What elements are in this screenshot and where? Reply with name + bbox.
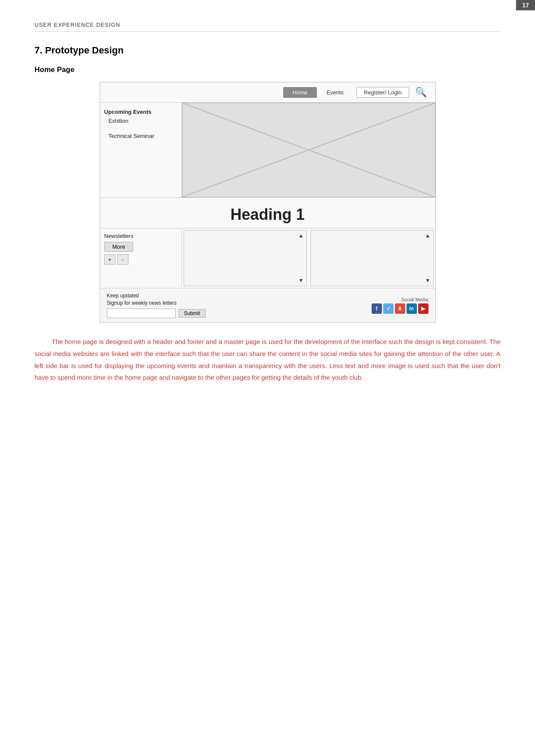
facebook-icon[interactable]: f bbox=[372, 303, 382, 314]
twitter-icon[interactable]: ✓ bbox=[383, 303, 394, 314]
footer-input-row: Submit bbox=[107, 309, 206, 318]
lower-section: Newsletters More + - ▲ ▼ ▲ ▼ bbox=[100, 228, 435, 288]
scroll-down-icon-left[interactable]: ▼ bbox=[298, 277, 304, 284]
signup-label: Signup for weekly news letters bbox=[107, 300, 206, 306]
scroll-up-icon-right[interactable]: ▲ bbox=[425, 232, 431, 239]
submit-button[interactable]: Submit bbox=[178, 309, 206, 318]
keep-updated-label: Keep updated bbox=[107, 293, 206, 299]
section-heading: 7. Prototype Design bbox=[34, 45, 501, 56]
sidebar: Upcoming Events Exhition Technical Semin… bbox=[100, 103, 182, 197]
minus-button[interactable]: - bbox=[117, 254, 128, 265]
social-media-label: Social Media bbox=[401, 297, 429, 302]
social-icons-row: f ✓ 8 in ▶ bbox=[372, 303, 429, 314]
scroll-boxes-area: ▲ ▼ ▲ ▼ bbox=[182, 228, 435, 288]
search-icon[interactable]: 🔍 bbox=[415, 87, 427, 98]
wireframe-footer: Keep updated Signup for weekly news lett… bbox=[100, 288, 435, 322]
scroll-box-left: ▲ ▼ bbox=[184, 230, 307, 286]
page-number: 17 bbox=[516, 0, 535, 10]
heading-section: Heading 1 bbox=[100, 197, 435, 228]
plus-button[interactable]: + bbox=[104, 254, 116, 265]
sidebar-exhition: Exhition bbox=[104, 118, 177, 124]
plus-minus-controls: + - bbox=[104, 254, 177, 265]
newsletters-sidebar: Newsletters More + - bbox=[100, 228, 182, 288]
footer-left: Keep updated Signup for weekly news lett… bbox=[107, 293, 206, 318]
nav-register-button[interactable]: Register/ Login bbox=[357, 87, 409, 98]
google-plus-icon[interactable]: 8 bbox=[395, 303, 405, 314]
scroll-box-right: ▲ ▼ bbox=[310, 230, 434, 286]
youtube-icon[interactable]: ▶ bbox=[418, 303, 429, 314]
description-paragraph: The home page is designed with a header … bbox=[34, 336, 501, 384]
nav-bar: Home Events Register/ Login 🔍 bbox=[100, 82, 435, 103]
newsletters-title: Newsletters bbox=[104, 233, 177, 239]
scroll-down-icon-right[interactable]: ▼ bbox=[425, 277, 431, 284]
footer-right: Social Media f ✓ 8 in ▶ bbox=[372, 297, 429, 314]
nav-events-link[interactable]: Events bbox=[317, 87, 353, 98]
main-content-area: Upcoming Events Exhition Technical Semin… bbox=[100, 103, 435, 197]
newsletter-input[interactable] bbox=[107, 309, 176, 318]
main-heading: Heading 1 bbox=[100, 206, 435, 224]
more-button[interactable]: More bbox=[104, 242, 134, 252]
wireframe-container: Home Events Register/ Login 🔍 Upcoming E… bbox=[100, 82, 436, 323]
linkedin-icon[interactable]: in bbox=[407, 303, 417, 314]
sidebar-upcoming-events: Upcoming Events bbox=[104, 109, 177, 115]
scroll-up-icon-left[interactable]: ▲ bbox=[298, 232, 304, 239]
hero-image-placeholder bbox=[182, 103, 435, 197]
sub-heading: Home Page bbox=[34, 66, 501, 74]
nav-home-button[interactable]: Home bbox=[283, 87, 317, 98]
sidebar-technical-seminar: Technical Seminar bbox=[104, 133, 177, 139]
doc-header: USER EXPERIENCE DESIGN bbox=[34, 22, 501, 32]
